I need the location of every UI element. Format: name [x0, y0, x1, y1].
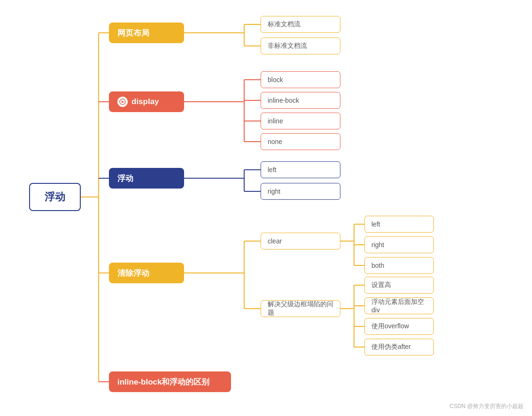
leaf-nonstandard-label: 非标准文档流 [268, 42, 307, 50]
leaf-clear-right-label: right [371, 241, 384, 249]
root-node: 浮动 [29, 183, 81, 211]
leaf-right-label: right [268, 188, 280, 195]
leaf-inlinebock: inline-bock [261, 92, 340, 109]
leaf-standard: 标准文档流 [261, 16, 340, 33]
leaf-clear-right: right [364, 236, 434, 253]
leaf-block: block [261, 71, 340, 88]
l1-float-label: 浮动 [117, 173, 133, 184]
leaf-after: 使用伪类after [364, 339, 434, 355]
leaf-nonstandard: 非标准文档流 [261, 38, 340, 54]
leaf-inline: inline [261, 113, 340, 129]
leaf-adddiv-label: 浮动元素后面加空div [371, 298, 427, 314]
leaf-clear-both: both [364, 257, 434, 274]
l1-clearfloat-label: 清除浮动 [117, 268, 149, 279]
mindmap-canvas: 浮动 网页布局 display 浮动 清除浮动 inline-block和浮动的… [0, 0, 532, 416]
leaf-setheight: 设置高 [364, 277, 434, 294]
leaf-adddiv: 浮动元素后面加空div [364, 297, 434, 314]
leaf-standard-label: 标准文档流 [268, 20, 301, 29]
watermark: CSDN @努力变厉害的小超超 [449, 402, 524, 410]
leaf-clear-label: clear [268, 237, 282, 245]
root-label: 浮动 [45, 190, 65, 204]
l1-display: display [109, 91, 184, 112]
l1-inlineblock: inline-block和浮动的区别 [109, 371, 231, 392]
l1-display-label: display [131, 97, 159, 106]
leaf-clear-both-label: both [371, 262, 384, 269]
leaf-left: left [261, 161, 340, 178]
display-icon [117, 97, 128, 107]
l1-inlineblock-label: inline-block和浮动的区别 [117, 377, 209, 387]
leaf-clear-left-label: left [371, 220, 380, 228]
leaf-setheight-label: 设置高 [371, 281, 391, 289]
leaf-block-label: block [268, 76, 283, 83]
l1-weblayout: 网页布局 [109, 23, 184, 43]
leaf-clear-left: left [364, 216, 434, 233]
leaf-after-label: 使用伪类after [371, 343, 411, 351]
l1-weblayout-label: 网页布局 [117, 28, 149, 38]
leaf-none-label: none [268, 138, 282, 145]
leaf-overflow: 使用overflow [364, 318, 434, 335]
leaf-left-label: left [268, 166, 277, 174]
l1-clearfloat: 清除浮动 [109, 263, 184, 283]
leaf-right: right [261, 183, 340, 200]
leaf-inline-label: inline [268, 117, 283, 125]
l1-float: 浮动 [109, 168, 184, 189]
leaf-clear: clear [261, 233, 340, 250]
leaf-inlinebock-label: inline-bock [268, 97, 299, 104]
leaf-overflow-label: 使用overflow [371, 322, 409, 331]
leaf-none: none [261, 133, 340, 150]
leaf-solveproblem: 解决父级边框塌陷的问题 [261, 300, 340, 317]
leaf-solveproblem-label: 解决父级边框塌陷的问题 [268, 300, 333, 317]
